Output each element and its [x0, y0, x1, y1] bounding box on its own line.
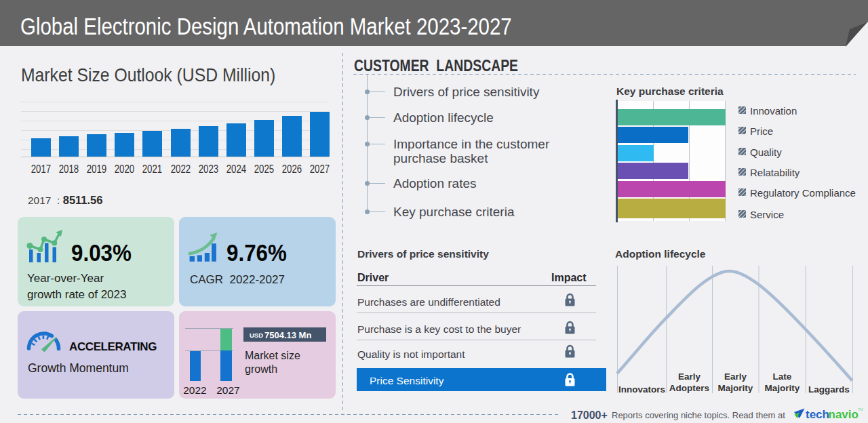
- svg-text:TM: TM: [858, 407, 863, 411]
- svg-text:navio: navio: [829, 408, 859, 421]
- svg-text:tech: tech: [806, 408, 829, 421]
